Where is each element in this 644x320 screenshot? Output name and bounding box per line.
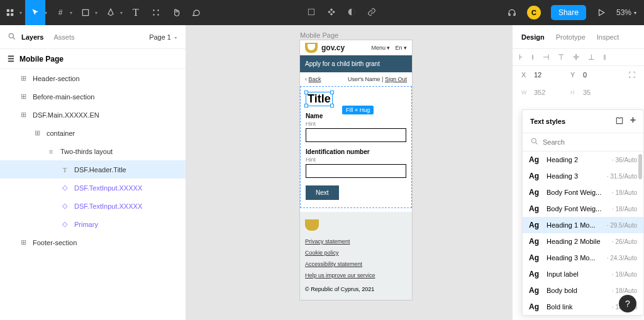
chevron-down-icon: ▾ [634,10,636,16]
search-icon[interactable] [8,32,16,42]
back-link: ‹ Back [305,76,321,82]
svg-rect-9 [308,9,314,14]
position-row: X 12 Y 0 ⛶ [513,66,644,84]
tab-prototype[interactable]: Prototype [556,33,586,41]
svg-point-8 [157,14,158,15]
tab-assets[interactable]: Assets [53,33,74,41]
chevron-down-icon[interactable]: ▾ [117,0,126,25]
help-button[interactable]: ? [619,295,636,312]
x-value[interactable]: 12 [534,71,565,79]
chevron-down-icon[interactable]: ▾ [16,0,25,25]
tab-design[interactable]: Design [521,33,545,41]
text-input [306,128,406,142]
y-value[interactable]: 0 [583,71,614,79]
page-name-row[interactable]: ☰ Mobile Page [0,49,186,69]
layer-row[interactable]: TDSF.Header.Title [0,160,186,179]
copyright: © Republic of Cyprus, 2021 [305,286,407,292]
search-input[interactable] [543,138,636,146]
gov-user-bar: ‹ Back User's Name | Sign Out [300,72,412,86]
w-value[interactable]: 352 [534,89,565,96]
hand-tool-icon[interactable] [166,0,186,25]
align-left-icon[interactable]: ⊦ [519,53,523,62]
svg-point-11 [9,33,13,38]
share-button[interactable]: Share [551,5,586,20]
frame-mobile-page[interactable]: gov.cy Menu ▾ En ▾ Apply for a child bir… [300,40,412,300]
menu-link: Menu ▾ [371,45,390,51]
scrollbar[interactable] [638,154,642,179]
layer-row[interactable]: ◇Primary [0,215,186,233]
selection-badge: Fill × Hug [342,106,374,114]
chevron-down-icon: ⌄ [174,34,178,40]
field-hint: Hint [306,157,406,163]
text-styles-panel: Text styles + AgHeading 2· 36/Auto AgHea… [522,109,644,316]
frame-icon: ⊞ [19,74,28,82]
lang-link: En ▾ [395,45,407,51]
component-icon[interactable] [327,8,336,18]
layer-row[interactable]: ◇DSF.TextInput.XXXXX [0,179,186,197]
align-hcenter-icon[interactable]: ⫲ [531,53,534,62]
tab-layers[interactable]: Layers [21,33,43,41]
align-vcenter-icon[interactable]: ✛ [573,53,579,62]
chevron-down-icon[interactable]: ▾ [42,0,50,25]
gov-banner: Apply for a child birth grant [300,55,412,72]
distribute-icon[interactable]: ⦀ [603,53,606,62]
svg-point-7 [153,14,154,15]
resources-icon[interactable] [146,0,166,25]
align-bottom-icon[interactable]: ⊥ [588,53,594,62]
instance-icon: ◇ [60,202,69,210]
chevron-down-icon[interactable]: ▾ [92,0,101,25]
text-style-item[interactable]: AgHeading 2· 36/Auto [523,152,643,168]
headphones-icon[interactable] [502,0,522,25]
link-icon[interactable] [367,8,376,18]
toolbar: ▾ ▾ # ▾ ▾ ▾ T C Share 53%▾ [0,0,644,25]
instance-icon: ◇ [60,184,69,192]
boolean-icon[interactable] [347,8,356,18]
canvas[interactable]: Mobile Page gov.cy Menu ▾ En ▾ Apply for… [186,25,512,320]
chevron-down-icon[interactable]: ▾ [67,0,75,25]
comment-tool-icon[interactable] [186,0,206,25]
layer-row[interactable]: ⊞Before-main-section [0,87,186,106]
text-style-item[interactable]: AgHeading 1 Mo...· 29.5/Auto [523,217,643,233]
tab-inspect[interactable]: Inspect [597,33,619,41]
mask-icon[interactable] [307,8,316,18]
frame-icon: ⊞ [19,92,28,101]
page-name: Mobile Page [19,55,64,63]
zoom-control[interactable]: 53%▾ [616,8,636,17]
align-top-icon[interactable]: ⊤ [558,53,564,62]
library-icon[interactable] [615,116,624,126]
footer-link: Privacy statement [305,238,407,245]
svg-rect-2 [7,13,9,16]
text-style-item[interactable]: AgBody Font Weig...· 18/Auto [523,184,643,201]
layer-row[interactable]: ◇DSF.TextInput.XXXXX [0,197,186,215]
text-style-item[interactable]: AgHeading 3 Mo...· 24.3/Auto [523,250,643,266]
expand-icon[interactable]: ⛶ [628,71,635,79]
layer-row[interactable]: ⊞DSF.Main.XXXXX.EN [0,106,186,124]
frame-icon: ⊞ [19,238,28,246]
right-panel: Design Prototype Inspect ⊦ ⫲ ⊣ ⊤ ✛ ⊥ ⦀ X… [512,25,644,320]
avatar[interactable]: C [527,6,541,19]
center-tools [307,8,376,18]
site-name: gov.cy [321,43,345,52]
text-style-item[interactable]: AgHeading 2 Mobile· 26/Auto [523,233,643,250]
selection-box[interactable]: Title [306,92,333,106]
align-right-icon[interactable]: ⊣ [543,53,549,62]
layer-row[interactable]: ⊞Header-section [0,69,186,87]
play-icon[interactable] [591,0,611,25]
frame-label[interactable]: Mobile Page [300,31,338,39]
text-style-item[interactable]: AgInput label· 18/Auto [523,266,643,282]
autolayout-icon: ≡ [47,148,55,155]
layer-row[interactable]: ⊞Footer-section [0,233,186,251]
layer-row[interactable]: ⊞container [0,124,186,142]
h-value[interactable]: 35 [583,89,614,96]
panel-title: Text styles [530,118,565,125]
text-style-item[interactable]: AgBody Font Weig...· 18/Auto [523,201,643,217]
layer-row[interactable]: ≡Two-thirds layout [0,142,186,160]
gov-logo-icon [305,43,318,53]
text-tool-icon[interactable]: T [126,0,146,25]
page-selector[interactable]: Page 1⌄ [149,33,178,41]
svg-point-6 [157,9,158,11]
text-style-item[interactable]: AgHeading 3· 31.5/Auto [523,168,643,184]
add-icon[interactable]: + [630,116,636,126]
hamburger-icon: ☰ [8,55,14,63]
align-controls: ⊦ ⫲ ⊣ ⊤ ✛ ⊥ ⦀ [513,49,644,66]
